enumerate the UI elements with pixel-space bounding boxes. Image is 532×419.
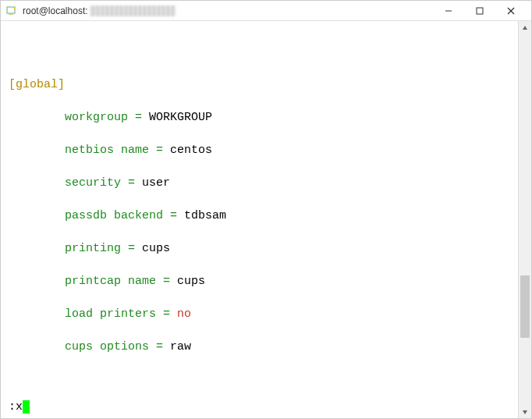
cfg-key: printcap name [65, 275, 156, 288]
window-title: root@localhost: [23, 5, 88, 16]
scroll-down-icon[interactable] [519, 405, 531, 418]
cfg-val: cups [142, 242, 170, 255]
cfg-val: cups [177, 275, 205, 288]
svg-rect-4 [477, 8, 483, 14]
title-obscured [90, 5, 176, 16]
cfg-key: passdb backend [65, 209, 163, 222]
cfg-val: no [177, 307, 191, 321]
vim-command-line[interactable]: :x [9, 399, 30, 415]
svg-point-2 [14, 7, 16, 9]
cursor [23, 400, 30, 414]
cfg-val: centos [170, 144, 212, 157]
cfg-key: netbios name [65, 144, 149, 157]
maximize-button[interactable] [464, 2, 495, 20]
cfg-val: raw [170, 340, 191, 353]
scroll-track[interactable] [519, 34, 531, 405]
cfg-key: printing [65, 242, 121, 255]
minimize-button[interactable] [433, 2, 464, 20]
cfg-val: tdbsam [184, 209, 226, 222]
svg-marker-8 [523, 410, 527, 414]
cfg-key: load printers [65, 307, 156, 321]
scroll-thumb[interactable] [520, 275, 530, 338]
svg-marker-7 [523, 26, 527, 30]
cfg-val: WORKGROUP [149, 111, 212, 124]
putty-icon [5, 5, 18, 17]
vertical-scrollbar[interactable] [518, 21, 531, 418]
cfg-key: security [65, 176, 121, 190]
scroll-up-icon[interactable] [519, 21, 531, 34]
terminal-editor[interactable]: [global] workgroup = WORKGROUP netbios n… [1, 21, 518, 418]
cfg-val: user [142, 176, 170, 190]
svg-rect-1 [9, 13, 13, 15]
cfg-key: workgroup [65, 111, 128, 124]
vim-command: :x [9, 400, 23, 414]
close-button[interactable] [495, 2, 527, 20]
section-global: [global] [9, 78, 65, 91]
titlebar: root@localhost: [1, 1, 531, 21]
cfg-key: cups options [65, 340, 149, 353]
svg-rect-0 [7, 7, 15, 13]
